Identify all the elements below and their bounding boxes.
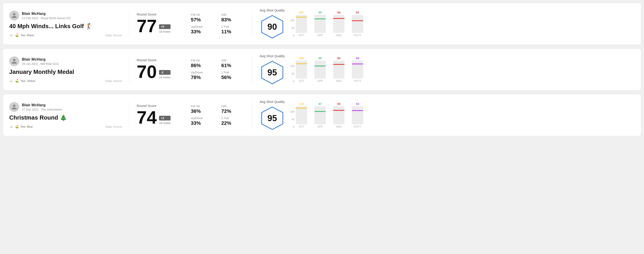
bar-line-app bbox=[314, 66, 326, 66]
bar-wrapper-putt bbox=[352, 15, 363, 33]
bar-wrapper-app bbox=[314, 61, 326, 79]
bar-group-ott: 110OTT bbox=[295, 102, 308, 128]
round-card: Blair McHarg27 Dec 2021 · The Oxfordshir… bbox=[3, 94, 641, 136]
section-divider bbox=[129, 102, 130, 129]
user-text: Blair McHarg12 Feb 2022 · Royal North De… bbox=[22, 11, 71, 20]
bar-line-putt bbox=[352, 20, 363, 21]
score-value: 77 bbox=[137, 17, 157, 35]
bar-value-putt: 99 bbox=[356, 57, 359, 60]
quality-score: 90 bbox=[268, 22, 277, 32]
stat-fw-hit-value: 57% bbox=[191, 17, 214, 23]
quality-left: Avg Shot Quality90 bbox=[260, 8, 285, 39]
quality-label: Avg Shot Quality bbox=[260, 54, 285, 58]
user-date: 27 Dec 2021 · The Oxfordshire bbox=[22, 108, 62, 111]
bar-wrapper-ott bbox=[296, 106, 307, 124]
stat-one-putt-value: 22% bbox=[221, 120, 245, 126]
round-title[interactable]: Christmas Round 🎄 bbox=[9, 114, 122, 121]
section-divider-2 bbox=[252, 102, 252, 129]
quality-left: Avg Shot Quality95 bbox=[260, 100, 285, 130]
section-divider-2 bbox=[252, 10, 252, 37]
bar-group-app: 95APP bbox=[314, 11, 326, 37]
stat-fw-hit: FW Hit57% bbox=[191, 13, 214, 23]
quality-left: Avg Shot Quality95 bbox=[260, 54, 285, 85]
bar-group-putt: 93PUTT bbox=[352, 102, 364, 128]
bar-chart-wrapper: 100500101OTT86APP96ARG99PUTT bbox=[290, 57, 364, 83]
quality-score: 95 bbox=[268, 68, 277, 77]
round-title[interactable]: 40 Mph Winds... Links Golf 🏌️ bbox=[9, 23, 122, 30]
score-label: Round Score bbox=[137, 12, 186, 16]
stat-up-down-value: 33% bbox=[191, 120, 214, 126]
stat-up-down-value: 33% bbox=[191, 29, 214, 35]
bar-chart: 101OTT86APP96ARG99PUTT bbox=[295, 57, 364, 83]
bar-wrapper-arg bbox=[333, 106, 344, 124]
bar-label-ott: OTT bbox=[299, 34, 304, 37]
stats-section: FW Hit36%GIR72%Up/Down33%1 Putt22% bbox=[191, 105, 245, 126]
score-value: 74 bbox=[137, 109, 157, 127]
stat-up-down: Up/Down78% bbox=[191, 71, 214, 80]
bar-group-arg: 96ARG bbox=[333, 57, 345, 83]
y-axis-50: 50 bbox=[290, 118, 294, 121]
tee-info: ☁️⛳Tee: Yellow bbox=[9, 79, 35, 83]
stats-section: FW Hit86%GIR61%Up/Down78%1 Putt56% bbox=[191, 59, 245, 80]
tee-label: Tee: Blue bbox=[20, 125, 33, 128]
stat-one-putt-value: 56% bbox=[221, 75, 245, 80]
bar-group-app: 86APP bbox=[314, 57, 326, 83]
bar-value-ott: 110 bbox=[299, 102, 304, 106]
y-axis-0: 0 bbox=[290, 80, 294, 83]
user-info: Blair McHarg27 Dec 2021 · The Oxfordshir… bbox=[9, 102, 122, 112]
y-axis: 100500 bbox=[290, 19, 295, 37]
round-card: Blair McHarg12 Feb 2022 · Royal North De… bbox=[3, 3, 641, 45]
bar-label-arg: ARG bbox=[336, 80, 342, 83]
stat-gir-value: 72% bbox=[221, 108, 245, 114]
bar-label-putt: PUTT bbox=[354, 80, 361, 83]
bar-value-app: 95 bbox=[318, 11, 322, 14]
bar-line-app bbox=[314, 18, 326, 19]
score-section: Round Score77+518 Holes bbox=[137, 12, 186, 35]
holes-text: 18 Holes bbox=[159, 30, 170, 33]
y-axis-50: 50 bbox=[290, 72, 294, 75]
round-title[interactable]: January Monthly Medal bbox=[9, 68, 122, 75]
stat-fw-hit-value: 36% bbox=[191, 108, 214, 114]
stat-fw-hit-value: 86% bbox=[191, 63, 214, 68]
bar-label-arg: ARG bbox=[336, 34, 342, 37]
section-divider bbox=[129, 56, 130, 83]
bar-group-putt: 82PUTT bbox=[352, 11, 364, 37]
card-left-section: Blair McHarg12 Feb 2022 · Royal North De… bbox=[9, 10, 122, 37]
bar-line-ott bbox=[296, 63, 307, 64]
bar-wrapper-app bbox=[314, 106, 326, 124]
card-left-section: Blair McHarg27 Dec 2021 · The Oxfordshir… bbox=[9, 102, 122, 128]
user-text: Blair McHarg27 Dec 2021 · The Oxfordshir… bbox=[22, 103, 62, 111]
score-label: Round Score bbox=[137, 58, 186, 62]
user-info: Blair McHarg12 Feb 2022 · Royal North De… bbox=[9, 10, 122, 20]
section-divider bbox=[129, 10, 130, 37]
bar-label-putt: PUTT bbox=[354, 34, 361, 37]
bar-label-app: APP bbox=[318, 34, 323, 37]
y-axis-50: 50 bbox=[290, 26, 294, 29]
stat-fw-hit: FW Hit86% bbox=[191, 59, 214, 68]
score-badge: +5 bbox=[159, 24, 170, 29]
stat-up-down: Up/Down33% bbox=[191, 117, 214, 126]
data-source: Data: Arccos bbox=[105, 79, 122, 83]
hexagon-container: 95 bbox=[260, 106, 285, 130]
bar-label-app: APP bbox=[318, 80, 323, 83]
bar-chart-wrapper: 100500110OTT87APP95ARG93PUTT bbox=[290, 102, 364, 128]
stats-grid: FW Hit57%GIR83%Up/Down33%1 Putt11% bbox=[191, 13, 245, 35]
score-badge-group: -218 Holes bbox=[159, 70, 170, 81]
weather-icon: ☁️ bbox=[9, 79, 13, 83]
stat-one-putt-label: 1 Putt bbox=[221, 117, 245, 120]
bar-group-ott: 101OTT bbox=[295, 57, 308, 83]
hexagon-container: 95 bbox=[260, 60, 285, 85]
score-row: 70-218 Holes bbox=[137, 63, 186, 81]
tee-label: Tee: Yellow bbox=[20, 79, 35, 83]
bar-wrapper-arg bbox=[333, 61, 344, 79]
avatar bbox=[9, 56, 19, 66]
stat-gir-label: GIR bbox=[221, 105, 245, 108]
bar-line-putt bbox=[352, 110, 363, 111]
hexagon-container: 90 bbox=[260, 14, 285, 39]
stat-up-down-value: 78% bbox=[191, 75, 214, 80]
y-axis-0: 0 bbox=[290, 126, 294, 128]
score-value: 70 bbox=[137, 63, 157, 81]
stat-one-putt-label: 1 Putt bbox=[221, 25, 245, 28]
quality-section: Avg Shot Quality90100500107OTT95APP98ARG… bbox=[260, 8, 635, 39]
tee-icon: ⛳ bbox=[15, 33, 19, 37]
